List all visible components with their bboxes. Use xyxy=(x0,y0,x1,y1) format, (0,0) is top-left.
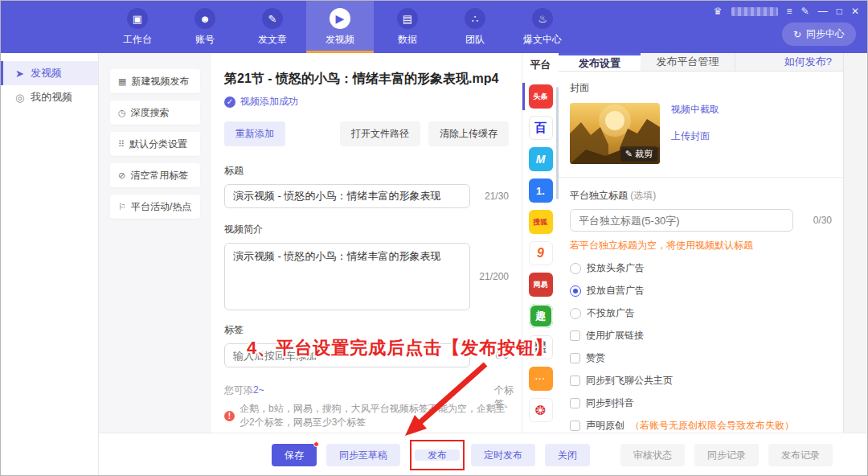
description-textarea[interactable]: 演示视频 - 愤怒的小鸟：情绪丰富的形象表现 xyxy=(224,243,470,310)
radio-icon[interactable] xyxy=(570,285,581,297)
radio-icon[interactable] xyxy=(570,263,581,274)
phoenix-icon: ❂ xyxy=(529,398,553,422)
checkbox-extended-link[interactable]: 使用扩展链接 xyxy=(570,329,832,343)
toutiao-icon: 头条 xyxy=(529,84,553,109)
publish-highlight-box: 发布 xyxy=(410,440,465,470)
ad-options-group: 投放头条广告 投放自营广告 不投放广告 xyxy=(570,261,832,320)
platform-yidian[interactable]: 1. xyxy=(522,178,559,203)
nav-label: 数据 xyxy=(374,33,441,47)
panel-scroll-gutter[interactable] xyxy=(843,53,867,433)
publish-log-button[interactable]: 发布记录 xyxy=(768,444,833,466)
nav-workbench[interactable]: ▣ 工作台 xyxy=(104,1,171,53)
upload-cover-link[interactable]: 上传封面 xyxy=(671,129,719,143)
default-category-button[interactable]: ⠿ 默认分类设置 xyxy=(110,132,200,156)
checkbox-appreciate[interactable]: 赞赏 xyxy=(570,351,832,365)
action-label: 新建视频发布 xyxy=(131,75,189,88)
deep-search-button[interactable]: ◷ 深度搜索 xyxy=(110,101,200,125)
checkbox-icon[interactable] xyxy=(570,353,580,363)
upload-status-text: 视频添加成功 xyxy=(240,95,298,109)
platform-orange-text[interactable]: ··· xyxy=(522,367,559,391)
radio-label: 投放头条广告 xyxy=(587,261,645,275)
checkbox-icon[interactable] xyxy=(570,421,580,431)
maximize-icon[interactable]: □ xyxy=(837,6,842,16)
divider xyxy=(559,177,843,178)
nav-publish-article[interactable]: ✎ 发文章 xyxy=(239,1,306,53)
radio-icon[interactable] xyxy=(570,308,581,319)
independent-title-counter: 0/30 xyxy=(793,215,832,226)
platform-orange-swirl[interactable]: 9 xyxy=(522,241,559,265)
sync-to-draft-button[interactable]: 同步至草稿 xyxy=(326,444,400,466)
minimize-icon[interactable]: — xyxy=(818,6,828,16)
exclamation-icon: ! xyxy=(224,411,235,421)
nav-team[interactable]: ∴ 团队 xyxy=(441,1,509,53)
readd-button[interactable]: 重新添加 xyxy=(224,121,285,146)
checkbox-sync-feiliao[interactable]: 同步到飞聊公共主页 xyxy=(570,374,832,388)
title-counter: 21/30 xyxy=(470,191,509,202)
checkbox-label: 声明原创 xyxy=(586,419,624,433)
crop-button[interactable]: ✎ 裁剪 xyxy=(620,146,657,162)
checkbox-icon[interactable] xyxy=(570,375,580,386)
sync-log-button[interactable]: 同步记录 xyxy=(694,444,759,466)
edit-icon[interactable]: ✎ xyxy=(801,6,809,16)
checkbox-sync-douyin[interactable]: 同步到抖音 xyxy=(570,396,832,410)
nav-account[interactable]: ☻ 账号 xyxy=(171,1,239,53)
main-nav: ▣ 工作台 ☻ 账号 ✎ 发文章 ▶ 发视频 ▤ 数据 ∴ 团队 xyxy=(104,1,576,53)
crop-icon: ✎ xyxy=(625,149,633,159)
menu-icon[interactable]: ≡ xyxy=(787,6,792,16)
title-input[interactable] xyxy=(224,184,470,208)
board-icon: ▦ xyxy=(118,76,126,87)
checkbox-declare-original[interactable]: 声明原创 （若账号无原创权限会导致发布失败） xyxy=(570,419,832,433)
platform-sohu[interactable]: 搜狐 xyxy=(522,210,559,234)
app-window: ♛ ≡ ✎ — □ ✕ ▣ 工作台 ☻ 账号 ✎ 发文章 ▶ 发视频 xyxy=(0,0,868,476)
save-button[interactable]: 保存 xyxy=(272,444,317,466)
review-status-button[interactable]: 审核状态 xyxy=(620,444,685,466)
radio-no-ad[interactable]: 不投放广告 xyxy=(570,306,832,320)
platform-qutoutiao[interactable]: 趣 xyxy=(522,304,559,328)
checkbox-icon[interactable] xyxy=(570,330,580,341)
nav-publish-video[interactable]: ▶ 发视频 xyxy=(306,1,374,53)
tutorial-step-annotation: 4、平台设置完成后点击【发布按钮】 xyxy=(247,336,553,360)
description-label: 视频简介 xyxy=(224,223,509,236)
sidebar-item-my-videos[interactable]: ◎ 我的视频 xyxy=(1,85,98,109)
checkbox-label: 赞赏 xyxy=(586,351,605,365)
radio-self-ad[interactable]: 投放自营广告 xyxy=(570,284,832,298)
close-icon[interactable]: ✕ xyxy=(851,6,859,16)
close-button[interactable]: 关闭 xyxy=(545,444,590,466)
cover-thumbnail[interactable]: ✎ 裁剪 xyxy=(570,103,660,164)
clear-upload-cache-button[interactable]: 清除上传缓存 xyxy=(428,121,509,146)
clear-tags-button[interactable]: ⊘ 清空常用标签 xyxy=(110,163,200,187)
description-counter: 21/200 xyxy=(470,271,509,282)
new-video-publish-button[interactable]: ▦ 新建视频发布 xyxy=(110,69,200,93)
platform-dafeng[interactable]: ❂ xyxy=(522,398,559,422)
checkbox-icon[interactable] xyxy=(570,398,580,408)
schedule-publish-button[interactable]: 定时发布 xyxy=(471,444,535,466)
platform-baijiahao[interactable]: 百 xyxy=(522,116,559,140)
platform-activity-button[interactable]: ⚐ 平台活动/热点 xyxy=(110,195,200,219)
radio-toutiao-ad[interactable]: 投放头条广告 xyxy=(570,261,832,275)
vip-badge-icon: ♛ xyxy=(714,6,723,16)
paper-plane-icon: ➤ xyxy=(15,68,24,80)
open-file-path-button[interactable]: 打开文件路径 xyxy=(340,121,420,146)
nav-label: 团队 xyxy=(441,33,509,47)
nav-hot-center[interactable]: ♨ 爆文中心 xyxy=(509,1,576,53)
how-to-publish-link[interactable]: 如何发布? xyxy=(784,55,843,69)
netease-icon: 网易 xyxy=(529,273,553,297)
tags-hint-prefix: 您可添 xyxy=(224,384,253,396)
team-icon: ∴ xyxy=(465,8,485,29)
platform-netease[interactable]: 网易 xyxy=(522,273,559,297)
cover-label: 封面 xyxy=(570,81,832,95)
settings-tabbar: 发布设置 发布平台管理 如何发布? xyxy=(559,53,843,72)
nav-data[interactable]: ▤ 数据 xyxy=(374,1,441,53)
publish-button[interactable]: 发布 xyxy=(415,449,460,461)
platform-toutiao[interactable]: 头条 xyxy=(522,84,559,109)
tab-platform-manage[interactable]: 发布平台管理 xyxy=(641,53,735,71)
independent-title-label: 平台独立标题 (选填) xyxy=(570,189,832,203)
sync-center-button[interactable]: ↻ 同步中心 xyxy=(782,23,856,46)
sidebar-item-publish-video[interactable]: ➤ 发视频 xyxy=(1,61,98,85)
actions-column: ▦ 新建视频发布 ◷ 深度搜索 ⠿ 默认分类设置 ⊘ 清空常用标签 xyxy=(99,53,211,433)
tab-publish-settings[interactable]: 发布设置 xyxy=(559,53,641,71)
independent-title-input[interactable] xyxy=(570,209,793,232)
platform-blue-m[interactable]: M xyxy=(522,147,559,171)
capture-from-video-link[interactable]: 视频中截取 xyxy=(671,103,719,117)
orange-swirl-icon: 9 xyxy=(529,241,553,265)
